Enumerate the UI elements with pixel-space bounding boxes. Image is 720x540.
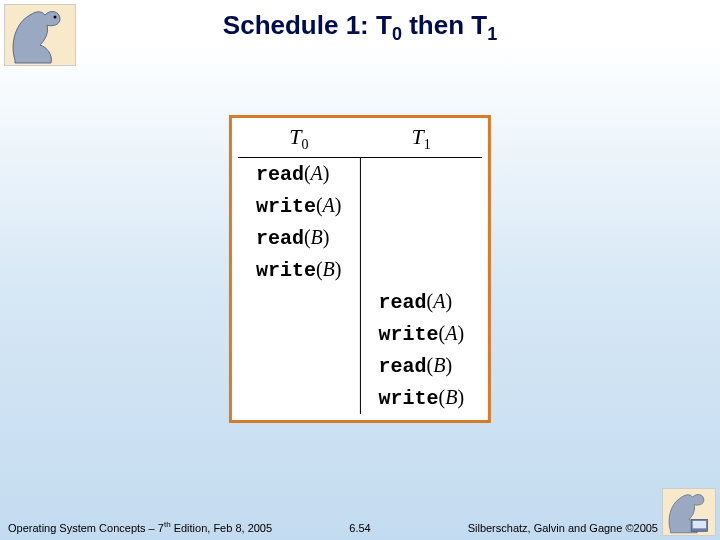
footer-left-text-a: Operating System Concepts – 7 [8, 522, 164, 534]
footer-left-sup: th [164, 520, 171, 529]
footer-right: Silberschatz, Galvin and Gagne ©2005 [468, 522, 658, 534]
cell-t1 [360, 158, 482, 191]
slide-title: Schedule 1: T0 then T1 [0, 10, 720, 45]
arg-b: B [311, 226, 323, 248]
title-text-mid: then T [402, 10, 487, 40]
arg-a: A [323, 194, 335, 216]
arg-b: B [433, 354, 445, 376]
slide: Schedule 1: T0 then T1 T0 T1 read(A) [0, 0, 720, 540]
cell-t0: write(B) [238, 254, 360, 286]
paren-close: ) [335, 258, 342, 280]
title-sub-0: 0 [392, 24, 402, 44]
arg-b: B [445, 386, 457, 408]
paren-close: ) [445, 354, 452, 376]
table-row: read(A) [238, 158, 482, 191]
cell-t0: read(A) [238, 158, 360, 191]
op-read: read [379, 291, 427, 314]
footer: Operating System Concepts – 7th Edition,… [0, 514, 720, 534]
paren-open: ( [316, 258, 323, 280]
col-header-t0-sub: 0 [302, 137, 309, 152]
cell-t1: write(A) [360, 318, 482, 350]
paren-close: ) [335, 194, 342, 216]
cell-t0 [238, 318, 360, 350]
op-write: write [256, 195, 316, 218]
op-write: write [256, 259, 316, 282]
schedule-table-frame: T0 T1 read(A) write(A) read(B) [229, 115, 491, 423]
schedule-table: T0 T1 read(A) write(A) read(B) [238, 122, 482, 414]
footer-left: Operating System Concepts – 7th Edition,… [8, 520, 272, 534]
table-row: read(A) [238, 286, 482, 318]
arg-b: B [323, 258, 335, 280]
cell-t0: read(B) [238, 222, 360, 254]
table-header-row: T0 T1 [238, 122, 482, 158]
op-write: write [379, 323, 439, 346]
paren-close: ) [457, 322, 464, 344]
table-row: write(B) [238, 254, 482, 286]
cell-t1: read(B) [360, 350, 482, 382]
table-row: write(A) [238, 318, 482, 350]
table-row: write(B) [238, 382, 482, 414]
cell-t1 [360, 254, 482, 286]
cell-t1 [360, 190, 482, 222]
col-header-t0-label: T [289, 124, 301, 149]
paren-close: ) [323, 226, 330, 248]
paren-open: ( [316, 194, 323, 216]
op-read: read [256, 163, 304, 186]
paren-close: ) [323, 162, 330, 184]
table-row: read(B) [238, 222, 482, 254]
paren-open: ( [304, 162, 311, 184]
cell-t0: write(A) [238, 190, 360, 222]
paren-open: ( [304, 226, 311, 248]
op-write: write [379, 387, 439, 410]
cell-t0 [238, 286, 360, 318]
cell-t0 [238, 350, 360, 382]
table-row: read(B) [238, 350, 482, 382]
title-text: Schedule 1: T [223, 10, 392, 40]
table-row: write(A) [238, 190, 482, 222]
cell-t0 [238, 382, 360, 414]
paren-close: ) [457, 386, 464, 408]
arg-a: A [311, 162, 323, 184]
footer-page-number: 6.54 [349, 522, 370, 534]
arg-a: A [445, 322, 457, 344]
cell-t1 [360, 222, 482, 254]
col-header-t1-label: T [411, 124, 423, 149]
cell-t1: read(A) [360, 286, 482, 318]
footer-left-text-b: Edition, Feb 8, 2005 [171, 522, 273, 534]
cell-t1: write(B) [360, 382, 482, 414]
col-header-t1-sub: 1 [424, 137, 431, 152]
arg-a: A [433, 290, 445, 312]
col-header-t0: T0 [238, 122, 360, 158]
op-read: read [256, 227, 304, 250]
title-sub-1: 1 [487, 24, 497, 44]
op-read: read [379, 355, 427, 378]
col-header-t1: T1 [360, 122, 482, 158]
paren-close: ) [445, 290, 452, 312]
